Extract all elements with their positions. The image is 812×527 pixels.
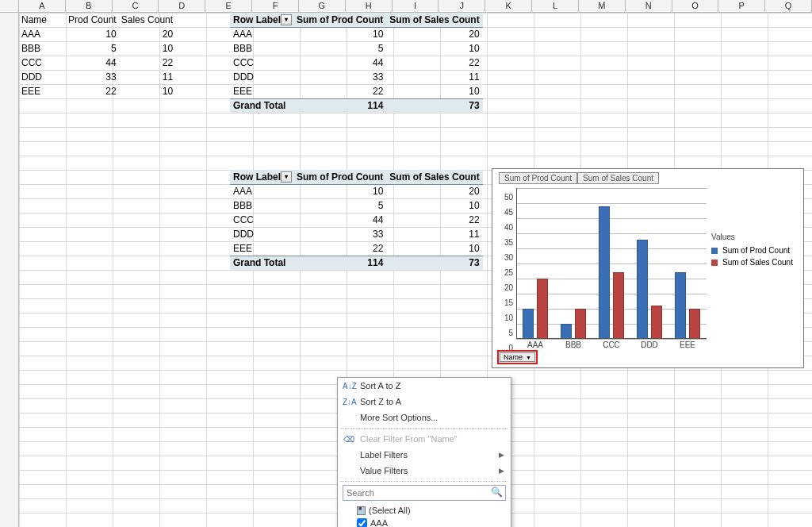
column-header[interactable]: H: [346, 0, 393, 12]
cell[interactable]: DDD: [230, 227, 293, 241]
checkbox[interactable]: [357, 518, 367, 528]
pivot-col-header[interactable]: Sum of Sales Count: [386, 170, 482, 184]
cell[interactable]: BBB: [230, 41, 293, 56]
sort-descending-icon: Z↓A: [343, 398, 355, 406]
pivot-col-header[interactable]: Sum of Sales Count: [386, 13, 482, 27]
cell[interactable]: 73: [386, 98, 482, 113]
cell[interactable]: 33: [66, 70, 119, 84]
pivot-col-header[interactable]: Sum of Prod Count: [293, 170, 386, 184]
chart-field-button-prod[interactable]: Sum of Prod Count: [499, 172, 577, 184]
grid-body[interactable]: Name Prod Count Sales Count AAA1020 BBB5…: [0, 13, 812, 527]
cell[interactable]: EEE: [230, 84, 293, 98]
column-header[interactable]: O: [672, 0, 719, 12]
column-headers: ABCDEFGHIJKLMNOPQ: [0, 0, 812, 13]
cell[interactable]: CCC: [19, 56, 66, 70]
cell[interactable]: 5: [293, 198, 386, 213]
pivot-row-labels-header[interactable]: Row Labels ▾: [230, 13, 293, 27]
cell[interactable]: 10: [386, 84, 482, 98]
cell[interactable]: 11: [386, 70, 482, 84]
cell[interactable]: 20: [386, 27, 482, 41]
pivot-chart[interactable]: Sum of Prod Count Sum of Sales Count 051…: [492, 168, 804, 368]
cell[interactable]: 10: [386, 41, 482, 56]
cell[interactable]: 10: [293, 27, 386, 41]
cell[interactable]: 22: [66, 84, 119, 98]
cell[interactable]: 22: [386, 56, 482, 70]
cell[interactable]: 33: [293, 70, 386, 84]
column-header[interactable]: K: [485, 0, 532, 12]
cell[interactable]: 10: [119, 84, 175, 98]
cell[interactable]: 22: [293, 84, 386, 98]
menu-item-value-filters[interactable]: Value Filters ▶: [338, 463, 511, 479]
column-header[interactable]: C: [113, 0, 159, 12]
cell[interactable]: 10: [386, 241, 482, 256]
cell[interactable]: 20: [119, 27, 175, 41]
cell[interactable]: AAA: [230, 27, 293, 41]
column-header[interactable]: M: [579, 0, 626, 12]
cell[interactable]: EEE: [19, 84, 66, 98]
cell[interactable]: AAA: [19, 27, 66, 41]
cell[interactable]: 11: [386, 227, 482, 241]
column-header[interactable]: G: [299, 0, 346, 12]
cell[interactable]: BBB: [19, 41, 66, 56]
cell[interactable]: AAA: [230, 184, 293, 198]
cell[interactable]: 44: [293, 56, 386, 70]
column-header[interactable]: P: [718, 0, 765, 12]
menu-item-label-filters[interactable]: Label Filters ▶: [338, 447, 511, 463]
cell[interactable]: DDD: [230, 70, 293, 84]
cell[interactable]: Grand Total: [230, 98, 293, 113]
cell[interactable]: 10: [119, 41, 175, 56]
column-header[interactable]: N: [626, 0, 672, 12]
chart-field-button-sales[interactable]: Sum of Sales Count: [577, 172, 659, 184]
cell[interactable]: 20: [386, 184, 482, 198]
chart-name-dropdown[interactable]: Name ▼: [500, 352, 535, 362]
column-header[interactable]: A: [19, 0, 66, 12]
cell[interactable]: 11: [119, 70, 175, 84]
menu-item-more-sort[interactable]: More Sort Options...: [338, 410, 511, 425]
filter-dropdown-button[interactable]: ▾: [281, 14, 292, 25]
cell[interactable]: BBB: [230, 198, 293, 213]
filter-check-select-all[interactable]: (Select All): [357, 504, 506, 517]
select-all-corner[interactable]: [0, 0, 19, 12]
cell[interactable]: DDD: [19, 70, 66, 84]
cell[interactable]: 10: [386, 198, 482, 213]
cell[interactable]: 114: [293, 256, 386, 270]
cell[interactable]: 114: [293, 98, 386, 113]
menu-item-sort-az[interactable]: A↓Z Sort A to Z: [338, 378, 511, 394]
column-header[interactable]: D: [159, 0, 205, 12]
chart-y-tick-label: 20: [496, 283, 513, 292]
column-header[interactable]: E: [205, 0, 252, 12]
cell[interactable]: 5: [66, 41, 119, 56]
column-header[interactable]: J: [439, 0, 485, 12]
cell[interactable]: 44: [66, 56, 119, 70]
menu-item-sort-za[interactable]: Z↓A Sort Z to A: [338, 394, 511, 410]
column-header[interactable]: F: [252, 0, 299, 12]
column-header[interactable]: Q: [765, 0, 812, 12]
pivot-row-labels-header[interactable]: Row Labels ▾: [230, 170, 293, 184]
cell[interactable]: CCC: [230, 56, 293, 70]
column-header[interactable]: L: [532, 0, 579, 12]
cell[interactable]: 5: [293, 41, 386, 56]
cell[interactable]: 22: [119, 56, 175, 70]
cell[interactable]: 73: [386, 256, 482, 270]
cell[interactable]: 10: [66, 27, 119, 41]
cell[interactable]: Name: [19, 13, 66, 27]
checkbox[interactable]: [357, 506, 366, 515]
table-row: BBB510: [230, 41, 483, 56]
cell[interactable]: 10: [293, 184, 386, 198]
cell[interactable]: EEE: [230, 241, 293, 256]
cell[interactable]: 22: [386, 213, 482, 227]
table-row: CCC4422: [230, 213, 483, 227]
cell[interactable]: 22: [293, 241, 386, 256]
cell[interactable]: CCC: [230, 213, 293, 227]
filter-search-input[interactable]: [343, 485, 506, 501]
filter-dropdown-button[interactable]: ▾: [281, 171, 292, 183]
pivot-col-header[interactable]: Sum of Prod Count: [293, 13, 386, 27]
cell[interactable]: Grand Total: [230, 256, 293, 270]
filter-check-option[interactable]: AAA: [357, 517, 506, 527]
cell[interactable]: Prod Count: [66, 13, 119, 27]
cell[interactable]: 44: [293, 213, 386, 227]
column-header[interactable]: B: [66, 0, 113, 12]
column-header[interactable]: I: [393, 0, 439, 12]
cell[interactable]: Sales Count: [119, 13, 175, 27]
cell[interactable]: 33: [293, 227, 386, 241]
